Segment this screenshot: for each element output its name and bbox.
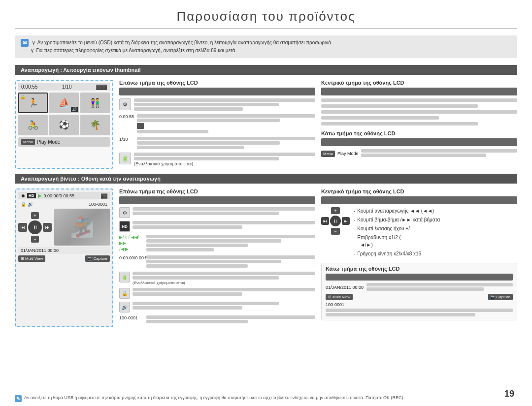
sec2-icon-1: ⚙: [119, 207, 130, 218]
page-number: 19: [504, 389, 514, 399]
diag-row-4: 🔋 (Εναλλακτικά χρησιμοποιείται): [119, 153, 315, 166]
thumb-3[interactable]: 👫: [80, 93, 110, 113]
lcd-control-buttons: + ⏮ ⏸ ⏭ −: [18, 209, 52, 246]
file-number-display: 100-0001: [89, 202, 107, 207]
lcd-video-top-bar: ⏺ HD ▶ 0:00:00/0:00:55 ▓▓: [18, 192, 110, 199]
play-symbol: ▶: [38, 193, 42, 198]
sec2-diag-row-2: HD: [119, 221, 315, 232]
kato-multiview-icon: ⊞: [328, 295, 332, 299]
lock-icon-2: 🔒: [21, 202, 26, 207]
thumb-1[interactable]: 🔒 🏃: [18, 93, 48, 113]
audio-icon: 🔊: [28, 202, 33, 207]
sec2-diag-row-5: 🔋 (Εναλλακτικά χρησιμοποιείται): [119, 272, 315, 285]
thumb-5[interactable]: ⚽: [49, 115, 79, 135]
top-section-title: Επάνω τμήμα της οθόνης LCD: [119, 80, 315, 86]
sec2-lines-1: [133, 207, 315, 216]
bottom-section-title: Κάτω τμήμα της οθόνης LCD: [321, 130, 517, 136]
time-display: 0:00:00/0:00:55: [44, 193, 75, 198]
diag-text-1: [134, 98, 315, 112]
ctrl-minus[interactable]: −: [331, 228, 339, 235]
lcd-video-preview: ⏺ HD ▶ 0:00:00/0:00:55 ▓▓ 🔒 🔊 100-0001 +…: [15, 188, 113, 327]
sec2-top-header-bar: [119, 196, 315, 204]
plus-btn[interactable]: +: [31, 212, 38, 219]
multi-view-btn[interactable]: ⊞ Multi View: [18, 255, 45, 262]
kato-multiview-btn[interactable]: ⊞ Multi View: [326, 294, 353, 300]
ctrl-next[interactable]: ⏭: [342, 217, 350, 225]
note-line-1: γ Αν χρησιμοποιείτε το μενού (OSD) κατά …: [33, 40, 332, 45]
sec2-lines-6: [133, 288, 315, 297]
prev-btn[interactable]: ⏮: [18, 223, 27, 232]
diag-text-3: [137, 137, 315, 150]
lcd-time: 0:00:55: [21, 84, 37, 90]
sec2-diag-row-4: 0:00:00/0:00:55: [119, 255, 315, 269]
sec2-file-label: 100-0001: [119, 315, 144, 320]
sec2-lines-4: [146, 255, 315, 269]
sec2-lock-icon: 🔒: [119, 288, 130, 299]
sec2-lines-3: [146, 235, 315, 252]
kato-row-date: 01/JAN/2011 00:00: [326, 283, 513, 292]
sec2-battery-icon: 🔋: [119, 272, 130, 282]
next-btn[interactable]: ⏭: [43, 223, 52, 232]
note-line-2: γ Για περισσότερες πληροφορίες σχετικά μ…: [31, 48, 236, 53]
capture-btn[interactable]: 📷 Capture: [85, 255, 110, 262]
central-item-1: - Κουμπί αναπαραγωγής ◄◄ (◄◄): [354, 207, 440, 215]
menu-btn[interactable]: Menu: [21, 139, 35, 145]
ctrl-plus[interactable]: +: [331, 207, 339, 214]
bottom-menu-btn[interactable]: Menu: [321, 151, 335, 157]
sec2-diag-row-6: 🔒: [119, 288, 315, 299]
bottom-section-container: Κάτω τμήμα της οθόνης LCD Menu Play Mode: [321, 130, 517, 158]
sec2-audio-icon: 🔊: [119, 302, 130, 312]
lcd-counter: 1/10: [62, 84, 71, 90]
central-list: - Κουμπί αναπαραγωγής ◄◄ (◄◄) - Κουμπί β…: [354, 207, 440, 259]
multi-view-icon: ⊞: [21, 256, 24, 261]
section1-content-row: 0:00:55 1/10 ▓▓▓ 🔒 🏃 ⛵ 🔊 👫 🚴 ⚽ �: [15, 80, 517, 169]
sec2-lines-8: [146, 315, 315, 324]
thumb-figure-3: 👫: [90, 97, 100, 108]
sec2-play-labels: ▶/⏸/ ◀◀/▶▶/◀/▶: [119, 235, 144, 252]
lcd-top-bar: 0:00:55 1/10 ▓▓▓: [18, 83, 110, 91]
diag-row-3: 1/10: [119, 137, 315, 150]
sec2-time-label: 0:00:00/0:00:55: [119, 255, 144, 260]
section2-header: Αναπαραγωγή βίντεο : Οθόνη κατά την αναπ…: [15, 174, 517, 184]
bottom-play-mode-label: Play Mode: [337, 151, 359, 156]
section2-content-row: ⏺ HD ▶ 0:00:00/0:00:55 ▓▓ 🔒 🔊 100-0001 +…: [15, 188, 517, 327]
title-divider: [15, 28, 517, 29]
top-diagram-header-bar: [119, 88, 315, 95]
section1-header: Αναπαραγωγή : Λειτουργία εικόνων thumbna…: [15, 65, 517, 75]
date-display: 01/JAN/2011 00:00: [21, 248, 59, 253]
sec2-central-body: + ⏮ ⏸ ⏭ − - Κουμπί αναπαραγωγής ◄◄ (◄◄) …: [321, 207, 517, 259]
lock-icon: 🔒: [20, 94, 26, 99]
sec2-central-header-bar: [321, 196, 517, 204]
kato-date: 01/JAN/2011 00:00: [326, 285, 364, 290]
ctrl-row: ⏮ ⏸ ⏭: [321, 216, 350, 226]
lcd-video-body: + ⏮ ⏸ ⏭ − 🏂: [18, 209, 110, 246]
sec2-ctrl-panel: + ⏮ ⏸ ⏭ −: [321, 207, 350, 259]
ctrl-prev[interactable]: ⏮: [321, 217, 329, 225]
capture-icon: 📷: [88, 256, 93, 261]
bottom-section-row: Menu Play Mode: [321, 149, 517, 158]
thumb-4[interactable]: 🚴: [18, 115, 48, 135]
ctrl-pause-2[interactable]: ⏸: [330, 216, 341, 226]
section2-top-diagram: Επάνω τμήμα της οθόνης LCD ⚙ HD ▶/⏸/ ◀◀/…: [119, 188, 315, 327]
lcd-video-date-bar: 01/JAN/2011 00:00: [18, 247, 110, 254]
diag-text-2: [137, 114, 315, 134]
central-item-4: - Επιβράδυνση x1/2 ( ◄/►): [354, 234, 440, 249]
kato-capture-btn[interactable]: 📷 Capture: [488, 294, 513, 300]
video-silhouette: 🏂: [54, 209, 110, 246]
minus-btn[interactable]: −: [31, 236, 38, 243]
pause-btn[interactable]: ⏸: [28, 220, 42, 234]
thumb-figure-5: ⚽: [59, 120, 69, 130]
lcd-footer-bar: ⊞ Multi View 📷 Capture: [18, 255, 110, 262]
kato-title: Κάτω τμήμα της οθόνης LCD: [326, 266, 513, 272]
sec2-hd-icon: HD: [119, 221, 130, 232]
diag-time-label: 0:00:55: [119, 114, 134, 119]
bottom-note-text: Αν ανοίξετε τη θύρα USB ή αφαιρέσετε την…: [24, 395, 404, 400]
bottom-note-icon: ✎: [15, 395, 22, 402]
sec2-diag-row-8: 100-0001: [119, 315, 315, 324]
section2-right-col: Κεντρικό τμήμα της οθόνης LCD + ⏮ ⏸ ⏭ − …: [321, 188, 517, 327]
thumb-6[interactable]: 🌴: [80, 115, 110, 135]
thumb-2[interactable]: ⛵ 🔊: [49, 93, 79, 113]
note-box: ✉ γ Αν χρησιμοποιείτε το μενού (OSD) κατ…: [15, 35, 517, 58]
lcd-thumbnails-grid: 🔒 🏃 ⛵ 🔊 👫 🚴 ⚽ 🌴: [18, 93, 110, 135]
sec2-top-title: Επάνω τμήμα της οθόνης LCD: [119, 188, 315, 194]
